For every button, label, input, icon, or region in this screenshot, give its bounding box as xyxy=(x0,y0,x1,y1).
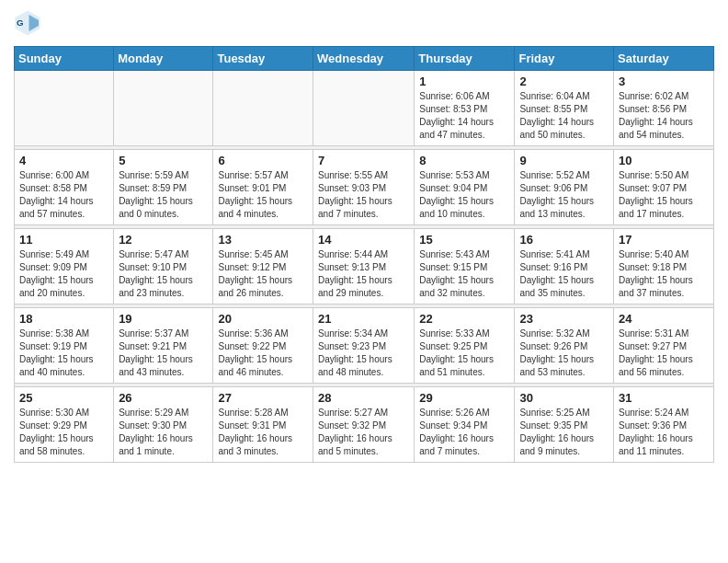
weekday-header-row: SundayMondayTuesdayWednesdayThursdayFrid… xyxy=(15,47,714,71)
day-info: Sunrise: 5:31 AMSunset: 9:27 PMDaylight:… xyxy=(619,327,709,379)
day-number: 11 xyxy=(19,233,108,247)
weekday-header-tuesday: Tuesday xyxy=(213,47,313,71)
day-cell: 29Sunrise: 5:26 AMSunset: 9:34 PMDayligh… xyxy=(415,387,515,463)
weekday-header-friday: Friday xyxy=(515,47,614,71)
day-number: 31 xyxy=(619,391,709,405)
day-cell xyxy=(313,71,415,146)
day-number: 24 xyxy=(619,312,709,326)
day-info: Sunrise: 5:52 AMSunset: 9:06 PMDaylight:… xyxy=(519,169,609,221)
weekday-header-wednesday: Wednesday xyxy=(313,47,415,71)
day-cell: 25Sunrise: 5:30 AMSunset: 9:29 PMDayligh… xyxy=(15,387,114,463)
day-cell: 20Sunrise: 5:36 AMSunset: 9:22 PMDayligh… xyxy=(213,308,313,384)
day-info: Sunrise: 5:33 AMSunset: 9:25 PMDaylight:… xyxy=(419,327,509,379)
weekday-header-saturday: Saturday xyxy=(614,47,714,71)
day-cell: 24Sunrise: 5:31 AMSunset: 9:27 PMDayligh… xyxy=(614,308,714,384)
day-cell: 18Sunrise: 5:38 AMSunset: 9:19 PMDayligh… xyxy=(15,308,114,384)
day-info: Sunrise: 5:50 AMSunset: 9:07 PMDaylight:… xyxy=(619,169,709,221)
day-cell: 5Sunrise: 5:59 AMSunset: 8:59 PMDaylight… xyxy=(114,150,213,225)
week-row-1: 1Sunrise: 6:06 AMSunset: 8:53 PMDaylight… xyxy=(15,71,714,146)
day-cell: 9Sunrise: 5:52 AMSunset: 9:06 PMDaylight… xyxy=(515,150,614,225)
weekday-header-sunday: Sunday xyxy=(15,47,114,71)
day-number: 17 xyxy=(619,233,709,247)
day-info: Sunrise: 5:29 AMSunset: 9:30 PMDaylight:… xyxy=(119,407,208,458)
day-number: 22 xyxy=(419,312,509,326)
day-cell: 31Sunrise: 5:24 AMSunset: 9:36 PMDayligh… xyxy=(614,387,714,463)
day-info: Sunrise: 5:38 AMSunset: 9:19 PMDaylight:… xyxy=(19,327,108,379)
day-info: Sunrise: 5:32 AMSunset: 9:26 PMDaylight:… xyxy=(519,327,609,379)
header: G xyxy=(14,9,714,37)
day-info: Sunrise: 5:36 AMSunset: 9:22 PMDaylight:… xyxy=(218,327,308,379)
day-cell: 30Sunrise: 5:25 AMSunset: 9:35 PMDayligh… xyxy=(515,387,614,463)
day-number: 8 xyxy=(419,154,509,167)
day-info: Sunrise: 5:41 AMSunset: 9:16 PMDaylight:… xyxy=(519,248,609,300)
day-cell: 1Sunrise: 6:06 AMSunset: 8:53 PMDaylight… xyxy=(415,71,515,146)
day-cell: 8Sunrise: 5:53 AMSunset: 9:04 PMDaylight… xyxy=(415,150,515,225)
logo-icon: G xyxy=(14,9,41,37)
svg-text:G: G xyxy=(17,17,24,28)
day-cell: 7Sunrise: 5:55 AMSunset: 9:03 PMDaylight… xyxy=(313,150,415,225)
day-number: 12 xyxy=(119,233,208,247)
logo: G xyxy=(14,9,45,37)
day-number: 3 xyxy=(619,75,709,88)
week-row-5: 25Sunrise: 5:30 AMSunset: 9:29 PMDayligh… xyxy=(15,387,714,463)
day-cell: 2Sunrise: 6:04 AMSunset: 8:55 PMDaylight… xyxy=(515,71,614,146)
day-cell: 14Sunrise: 5:44 AMSunset: 9:13 PMDayligh… xyxy=(313,229,415,304)
day-number: 10 xyxy=(619,154,709,167)
day-info: Sunrise: 5:24 AMSunset: 9:36 PMDaylight:… xyxy=(619,407,709,458)
week-row-3: 11Sunrise: 5:49 AMSunset: 9:09 PMDayligh… xyxy=(15,229,714,304)
day-number: 14 xyxy=(318,233,409,247)
day-cell: 13Sunrise: 5:45 AMSunset: 9:12 PMDayligh… xyxy=(213,229,313,304)
day-info: Sunrise: 5:59 AMSunset: 8:59 PMDaylight:… xyxy=(119,169,208,221)
day-number: 28 xyxy=(318,391,409,405)
day-number: 20 xyxy=(218,312,308,326)
day-number: 23 xyxy=(519,312,609,326)
day-info: Sunrise: 5:26 AMSunset: 9:34 PMDaylight:… xyxy=(419,407,509,458)
calendar: SundayMondayTuesdayWednesdayThursdayFrid… xyxy=(14,46,714,463)
day-cell: 23Sunrise: 5:32 AMSunset: 9:26 PMDayligh… xyxy=(515,308,614,384)
day-info: Sunrise: 5:47 AMSunset: 9:10 PMDaylight:… xyxy=(119,248,208,300)
day-number: 26 xyxy=(119,391,208,405)
week-row-2: 4Sunrise: 6:00 AMSunset: 8:58 PMDaylight… xyxy=(15,150,714,225)
day-number: 6 xyxy=(218,154,308,167)
day-info: Sunrise: 5:45 AMSunset: 9:12 PMDaylight:… xyxy=(218,248,308,300)
day-number: 2 xyxy=(519,75,609,88)
day-info: Sunrise: 6:04 AMSunset: 8:55 PMDaylight:… xyxy=(519,90,609,142)
day-info: Sunrise: 5:43 AMSunset: 9:15 PMDaylight:… xyxy=(419,248,509,300)
day-info: Sunrise: 5:27 AMSunset: 9:32 PMDaylight:… xyxy=(318,407,409,458)
day-number: 7 xyxy=(318,154,409,167)
weekday-header-monday: Monday xyxy=(114,47,213,71)
day-cell: 26Sunrise: 5:29 AMSunset: 9:30 PMDayligh… xyxy=(114,387,213,463)
day-number: 30 xyxy=(519,391,609,405)
day-info: Sunrise: 5:44 AMSunset: 9:13 PMDaylight:… xyxy=(318,248,409,300)
weekday-header-thursday: Thursday xyxy=(415,47,515,71)
day-cell: 21Sunrise: 5:34 AMSunset: 9:23 PMDayligh… xyxy=(313,308,415,384)
day-number: 5 xyxy=(119,154,208,167)
day-number: 21 xyxy=(318,312,409,326)
week-row-4: 18Sunrise: 5:38 AMSunset: 9:19 PMDayligh… xyxy=(15,308,714,384)
day-number: 18 xyxy=(19,312,108,326)
day-info: Sunrise: 5:37 AMSunset: 9:21 PMDaylight:… xyxy=(119,327,208,379)
day-info: Sunrise: 5:55 AMSunset: 9:03 PMDaylight:… xyxy=(318,169,409,221)
day-number: 19 xyxy=(119,312,208,326)
day-number: 27 xyxy=(218,391,308,405)
day-cell: 11Sunrise: 5:49 AMSunset: 9:09 PMDayligh… xyxy=(15,229,114,304)
day-cell xyxy=(213,71,313,146)
day-cell xyxy=(114,71,213,146)
day-number: 29 xyxy=(419,391,509,405)
day-cell: 15Sunrise: 5:43 AMSunset: 9:15 PMDayligh… xyxy=(415,229,515,304)
day-number: 1 xyxy=(419,75,509,88)
day-cell: 16Sunrise: 5:41 AMSunset: 9:16 PMDayligh… xyxy=(515,229,614,304)
day-info: Sunrise: 6:06 AMSunset: 8:53 PMDaylight:… xyxy=(419,90,509,142)
day-info: Sunrise: 5:34 AMSunset: 9:23 PMDaylight:… xyxy=(318,327,409,379)
page: G SundayMondayTuesdayWednesdayThursdayFr… xyxy=(0,0,728,472)
day-info: Sunrise: 5:57 AMSunset: 9:01 PMDaylight:… xyxy=(218,169,308,221)
day-cell: 12Sunrise: 5:47 AMSunset: 9:10 PMDayligh… xyxy=(114,229,213,304)
day-cell: 3Sunrise: 6:02 AMSunset: 8:56 PMDaylight… xyxy=(614,71,714,146)
day-cell: 17Sunrise: 5:40 AMSunset: 9:18 PMDayligh… xyxy=(614,229,714,304)
day-number: 13 xyxy=(218,233,308,247)
day-number: 15 xyxy=(419,233,509,247)
day-info: Sunrise: 5:25 AMSunset: 9:35 PMDaylight:… xyxy=(519,407,609,458)
day-cell: 22Sunrise: 5:33 AMSunset: 9:25 PMDayligh… xyxy=(415,308,515,384)
day-info: Sunrise: 5:53 AMSunset: 9:04 PMDaylight:… xyxy=(419,169,509,221)
day-number: 4 xyxy=(19,154,108,167)
